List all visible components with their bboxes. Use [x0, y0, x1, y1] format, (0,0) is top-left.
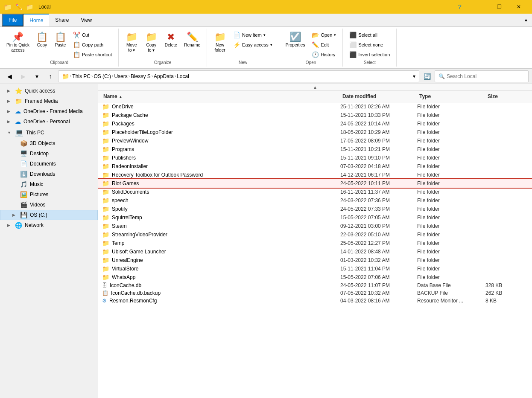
table-row[interactable]: 📁 Package Cache 15-11-2021 10:33 PM File…: [98, 111, 532, 119]
breadcrumb-this-pc[interactable]: This PC: [72, 73, 91, 79]
sidebar-item-framed-media[interactable]: ▶ 📁 Framed Media: [0, 96, 98, 106]
table-row[interactable]: 📁 SquirrelTemp 15-05-2022 07:05 AM File …: [98, 213, 532, 222]
paste-button[interactable]: 📋 Paste: [52, 30, 69, 50]
copy-button[interactable]: 📋 Copy: [33, 30, 51, 50]
tab-view[interactable]: View: [75, 14, 98, 26]
breadcrumb-local[interactable]: Local: [177, 73, 189, 79]
sidebar-item-quick-access[interactable]: ▶ ⭐ Quick access: [0, 86, 98, 96]
table-row[interactable]: 📁 VirtualStore 15-11-2021 11:04 PM File …: [98, 264, 532, 273]
properties-button[interactable]: ☑️ Properties: [283, 30, 308, 50]
table-row[interactable]: 📁 StreamingVideoProvider 22-03-2022 05:1…: [98, 230, 532, 239]
sidebar-item-documents[interactable]: 📄 Documents: [0, 159, 98, 169]
tab-home[interactable]: Home: [23, 14, 49, 26]
select-none-button[interactable]: ⬜ Select none: [346, 40, 393, 49]
edit-button[interactable]: ✏️ Edit: [309, 40, 339, 49]
pin-quick-access-button[interactable]: 📌 Pin to Quick access: [3, 30, 32, 55]
table-row[interactable]: 📁 Publishers 15-11-2021 09:10 PM File fo…: [98, 154, 532, 162]
table-row[interactable]: 🗄 IconCache.db 24-05-2022 11:07 PM Data …: [98, 282, 532, 289]
framed-media-icon: 📁: [15, 98, 22, 105]
search-box[interactable]: 🔍: [435, 70, 529, 82]
help-button[interactable]: ?: [450, 0, 470, 14]
easy-access-button[interactable]: ⚡ Easy access ▾: [230, 40, 275, 49]
tab-file[interactable]: File: [2, 14, 23, 26]
sidebar-item-network[interactable]: ▶ 🌐 Network: [0, 220, 98, 230]
minimize-button[interactable]: —: [470, 0, 489, 14]
open-button[interactable]: 📂 Open ▾: [309, 30, 339, 40]
table-row[interactable]: 📁 PreviewWindow 17-05-2022 08:09 PM File…: [98, 137, 532, 145]
music-label: Music: [30, 181, 43, 187]
file-date: 25-05-2022 12:27 PM: [340, 240, 417, 246]
copy-to-button[interactable]: 📁 Copyto ▾: [142, 30, 161, 55]
table-row[interactable]: 📁 Recovery Toolbox for Outlook Password …: [98, 171, 532, 179]
table-row[interactable]: 📁 RadeonInstaller 07-03-2022 04:18 AM Fi…: [98, 162, 532, 171]
table-row[interactable]: 📋 IconCache.db.backup 07-05-2022 10:32 A…: [98, 289, 532, 297]
cut-button[interactable]: ✂️ Cut: [70, 30, 115, 40]
sidebar-item-desktop[interactable]: 🖥️ Desktop: [0, 148, 98, 159]
recent-locations-button[interactable]: ▾: [31, 70, 43, 82]
music-icon: 🎵: [20, 181, 27, 188]
breadcrumb-appdata[interactable]: AppData: [154, 73, 174, 79]
file-date: 18-05-2022 10:29 AM: [340, 129, 417, 135]
delete-button[interactable]: ✖ Delete: [161, 30, 180, 50]
sidebar-item-music[interactable]: 🎵 Music: [0, 179, 98, 189]
table-row[interactable]: 📁 SolidDocuments 16-11-2021 11:37 AM Fil…: [98, 188, 532, 196]
back-button[interactable]: ◀: [3, 70, 15, 82]
search-input[interactable]: [447, 73, 525, 79]
table-row[interactable]: 📁 PlaceholderTileLogoFolder 18-05-2022 1…: [98, 128, 532, 137]
breadcrumb-os[interactable]: OS (C:): [94, 73, 111, 79]
file-type: File folder: [417, 112, 485, 118]
new-item-button[interactable]: 📄 New item ▾: [230, 30, 275, 40]
breadcrumb-users[interactable]: Users: [114, 73, 127, 79]
forward-button[interactable]: ▶: [17, 70, 29, 82]
table-row[interactable]: 📁 OneDrive 25-11-2021 02:26 AM File fold…: [98, 102, 532, 111]
col-header-name[interactable]: Name ▲: [102, 92, 341, 101]
table-row[interactable]: 📁 Temp 25-05-2022 12:27 PM File folder: [98, 239, 532, 247]
select-all-button[interactable]: ⬛ Select all: [346, 30, 393, 40]
history-button[interactable]: 🕐 History: [309, 50, 339, 59]
table-row[interactable]: 📁 WhatsApp 15-05-2022 07:06 AM File fold…: [98, 273, 532, 282]
table-row[interactable]: ⚙ Resmon.ResmonCfg 04-03-2022 08:16 AM R…: [98, 297, 532, 305]
maximize-button[interactable]: ❐: [489, 0, 509, 14]
paste-shortcut-button[interactable]: 📋 Paste shortcut: [70, 50, 115, 59]
copy-path-button[interactable]: 📋 Copy path: [70, 40, 115, 49]
sidebar-item-videos[interactable]: 🎬 Videos: [0, 200, 98, 210]
table-row[interactable]: 📁 Packages 24-05-2022 10:14 AM File fold…: [98, 119, 532, 128]
refresh-button[interactable]: 🔄: [421, 70, 433, 82]
file-icon: 📁: [102, 112, 109, 119]
breadcrumb-user[interactable]: Blessy S: [131, 73, 151, 79]
address-breadcrumb[interactable]: 📁 › This PC › OS (C:) › Users › Blessy S…: [58, 70, 419, 82]
file-type: File folder: [417, 146, 485, 152]
invert-selection-button[interactable]: ⬛ Invert selection: [346, 50, 393, 59]
sidebar-item-os-c[interactable]: ▶ 💾 OS (C:): [0, 210, 98, 220]
table-row[interactable]: 📁 UnrealEngine 01-03-2022 10:32 AM File …: [98, 256, 532, 264]
sidebar-item-onedrive-personal[interactable]: ▶ ☁ OneDrive - Personal: [0, 116, 98, 127]
sidebar-item-3d-objects[interactable]: 📦 3D Objects: [0, 138, 98, 148]
table-row[interactable]: 📁 Programs 15-11-2021 10:21 PM File fold…: [98, 145, 532, 154]
sidebar-item-onedrive-framed[interactable]: ▶ ☁ OneDrive - Framed Media: [0, 106, 98, 116]
window-controls: ? — ❐ ✕: [450, 0, 529, 14]
table-row[interactable]: 📁 Ubisoft Game Launcher 14-01-2022 08:48…: [98, 247, 532, 256]
ribbon-collapse-button[interactable]: ▲: [520, 14, 532, 26]
move-to-button[interactable]: 📁 Moveto ▾: [122, 30, 141, 55]
file-rows: 📁 OneDrive 25-11-2021 02:26 AM File fold…: [98, 102, 532, 305]
table-row[interactable]: 📁 Spotify 24-05-2022 07:33 PM File folde…: [98, 205, 532, 213]
table-row[interactable]: 📁 Steam 09-12-2021 03:00 PM File folder: [98, 222, 532, 230]
new-folder-button[interactable]: 📁 Newfolder: [210, 30, 229, 55]
onedrive-framed-label: OneDrive - Framed Media: [23, 108, 83, 114]
rename-button[interactable]: ✏️ Rename: [181, 30, 203, 50]
file-date: 24-05-2022 07:33 PM: [340, 206, 417, 212]
col-header-date[interactable]: Date modified: [341, 92, 418, 101]
col-header-size[interactable]: Size: [486, 92, 529, 101]
up-button[interactable]: ↑: [44, 70, 56, 82]
col-header-type[interactable]: Type: [418, 92, 486, 101]
pictures-icon: 🖼️: [20, 191, 27, 198]
sidebar-item-this-pc[interactable]: ▼ 💻 This PC: [0, 127, 98, 138]
tab-share[interactable]: Share: [49, 14, 75, 26]
table-row[interactable]: 📁 Riot Games 24-05-2022 10:11 PM File fo…: [98, 179, 532, 188]
sidebar-item-downloads[interactable]: ⬇️ Downloads: [0, 169, 98, 179]
sidebar-item-pictures[interactable]: 🖼️ Pictures: [0, 189, 98, 200]
file-icon: 📁: [102, 146, 109, 153]
close-button[interactable]: ✕: [509, 0, 529, 14]
table-row[interactable]: 📁 speech 24-03-2022 07:36 PM File folder: [98, 196, 532, 205]
ribbon-group-organize: 📁 Moveto ▾ 📁 Copyto ▾ ✖ Delete ✏️ Rename…: [119, 29, 207, 67]
